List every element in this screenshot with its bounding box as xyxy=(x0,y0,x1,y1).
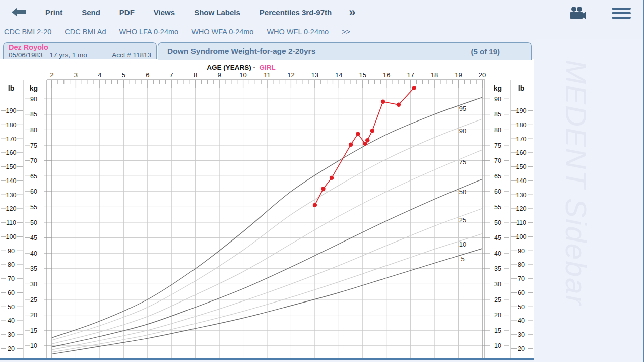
patient-weight-point xyxy=(370,129,374,133)
video-camera-icon[interactable] xyxy=(569,7,587,20)
svg-text:4: 4 xyxy=(98,71,101,79)
svg-text:140: 140 xyxy=(516,177,527,185)
svg-text:100: 100 xyxy=(6,233,17,240)
growth-chart-svg[interactable]: 234567891011121314151617181920lbkgkglb10… xyxy=(0,59,534,360)
tab-cdc-bmi-2-20[interactable]: CDC BMI 2-20 xyxy=(4,28,51,36)
svg-text:20: 20 xyxy=(8,345,15,352)
svg-text:20: 20 xyxy=(30,312,37,319)
svg-text:35: 35 xyxy=(30,265,37,272)
sex-label: GIRL xyxy=(260,64,276,71)
svg-text:80: 80 xyxy=(30,127,37,134)
svg-text:60: 60 xyxy=(518,289,525,296)
svg-text:170: 170 xyxy=(516,136,527,143)
menu-hamburger-icon[interactable] xyxy=(612,5,631,21)
svg-text:130: 130 xyxy=(516,192,527,199)
svg-text:80: 80 xyxy=(518,261,525,268)
svg-text:13: 13 xyxy=(311,71,318,79)
svg-text:40: 40 xyxy=(30,250,37,257)
svg-text:9: 9 xyxy=(217,71,221,79)
svg-text:11: 11 xyxy=(264,71,271,79)
send-button[interactable]: Send xyxy=(82,8,100,17)
svg-text:20: 20 xyxy=(518,345,525,352)
percentile-label-25: 25 xyxy=(459,216,466,224)
patient-dob: 05/06/1983 xyxy=(9,51,43,59)
svg-text:120: 120 xyxy=(516,205,527,212)
chart-type-row: CDC BMI 2-20 CDC BMI Ad WHO LFA 0-24mo W… xyxy=(0,24,644,39)
chart-title: Down Syndrome Weight-for-age 2-20yrs xyxy=(167,47,315,56)
svg-text:80: 80 xyxy=(8,261,15,268)
svg-text:10: 10 xyxy=(30,342,37,349)
print-button[interactable]: Print xyxy=(45,8,62,17)
svg-text:10: 10 xyxy=(494,342,501,349)
svg-text:3: 3 xyxy=(74,71,78,79)
svg-text:lb: lb xyxy=(8,84,14,92)
patient-account: Acct # 11813 xyxy=(112,51,151,59)
tab-who-wfa-0-24mo[interactable]: WHO WFA 0-24mo xyxy=(191,28,253,36)
patient-tab[interactable]: Dez Royolo 05/06/1983 17 yrs, 1 mo Acct … xyxy=(3,42,157,59)
patient-age: 17 yrs, 1 mo xyxy=(50,51,87,59)
svg-text:90: 90 xyxy=(494,96,501,103)
svg-text:7: 7 xyxy=(170,71,173,79)
percentile-label-75: 75 xyxy=(459,158,466,166)
views-button[interactable]: Views xyxy=(154,8,175,17)
svg-text:25: 25 xyxy=(30,296,37,304)
svg-text:18: 18 xyxy=(431,71,438,79)
svg-text:6: 6 xyxy=(146,71,149,79)
percentile-label-90: 90 xyxy=(459,127,466,135)
svg-text:lb: lb xyxy=(518,84,524,92)
show-labels-button[interactable]: Show Labels xyxy=(194,8,240,17)
percentile-label-95: 95 xyxy=(459,105,466,112)
chart-title-tab: Down Syndrome Weight-for-age 2-20yrs (5 … xyxy=(158,42,532,60)
svg-text:70: 70 xyxy=(30,157,37,164)
svg-text:50: 50 xyxy=(518,304,525,311)
svg-text:14: 14 xyxy=(335,71,342,79)
svg-text:160: 160 xyxy=(516,149,527,156)
medent-sidebar: MEDENT Sidebar xyxy=(534,39,643,362)
svg-text:180: 180 xyxy=(516,122,527,129)
svg-text:60: 60 xyxy=(30,188,37,195)
svg-text:25: 25 xyxy=(494,296,501,304)
svg-text:15: 15 xyxy=(359,71,366,79)
svg-text:30: 30 xyxy=(30,281,37,288)
chart-tabs-more-chevron[interactable]: >> xyxy=(342,28,350,36)
svg-text:40: 40 xyxy=(518,317,525,324)
patient-name: Dez Royolo xyxy=(9,43,151,51)
percentile-label-50: 50 xyxy=(459,188,466,196)
svg-text:120: 120 xyxy=(6,205,17,212)
svg-text:150: 150 xyxy=(6,163,17,170)
toolbar-right-icons xyxy=(569,5,631,21)
tab-who-lfa-0-24mo[interactable]: WHO LFA 0-24mo xyxy=(119,28,178,36)
svg-text:80: 80 xyxy=(494,127,501,134)
toolbar-more-chevron-icon[interactable]: » xyxy=(349,7,355,17)
svg-text:55: 55 xyxy=(494,204,501,211)
svg-text:30: 30 xyxy=(518,331,525,338)
tab-who-wfl-0-24mo[interactable]: WHO WFL 0-24mo xyxy=(267,28,329,36)
back-button[interactable] xyxy=(11,7,26,17)
svg-text:kg: kg xyxy=(494,84,502,92)
svg-text:160: 160 xyxy=(6,149,17,156)
svg-text:15: 15 xyxy=(494,327,501,334)
sidebar-watermark: MEDENT Sidebar xyxy=(559,59,593,362)
svg-text:12: 12 xyxy=(287,71,294,79)
left-arrow-icon xyxy=(11,7,26,17)
svg-text:10: 10 xyxy=(239,71,246,79)
svg-text:90: 90 xyxy=(30,96,37,103)
svg-text:90: 90 xyxy=(8,248,15,255)
svg-text:75: 75 xyxy=(30,142,37,149)
svg-text:70: 70 xyxy=(8,275,15,282)
patient-weight-point xyxy=(356,132,360,136)
chart-axis-title: AGE (YEARS) - GIRL xyxy=(0,64,482,71)
percentiles-button[interactable]: Percentiles 3rd-97th xyxy=(260,8,332,17)
patient-weight-point xyxy=(313,203,317,207)
svg-text:100: 100 xyxy=(516,233,527,240)
svg-text:40: 40 xyxy=(8,317,15,324)
percentile-label-5: 5 xyxy=(461,255,464,263)
patient-weight-point xyxy=(381,100,385,104)
svg-text:45: 45 xyxy=(30,234,37,242)
tab-cdc-bmi-ad[interactable]: CDC BMI Ad xyxy=(65,28,106,36)
patient-weight-point xyxy=(412,86,416,90)
svg-text:20: 20 xyxy=(494,312,501,319)
pdf-button[interactable]: PDF xyxy=(119,8,135,17)
svg-text:30: 30 xyxy=(8,331,15,338)
svg-text:30: 30 xyxy=(494,281,501,288)
